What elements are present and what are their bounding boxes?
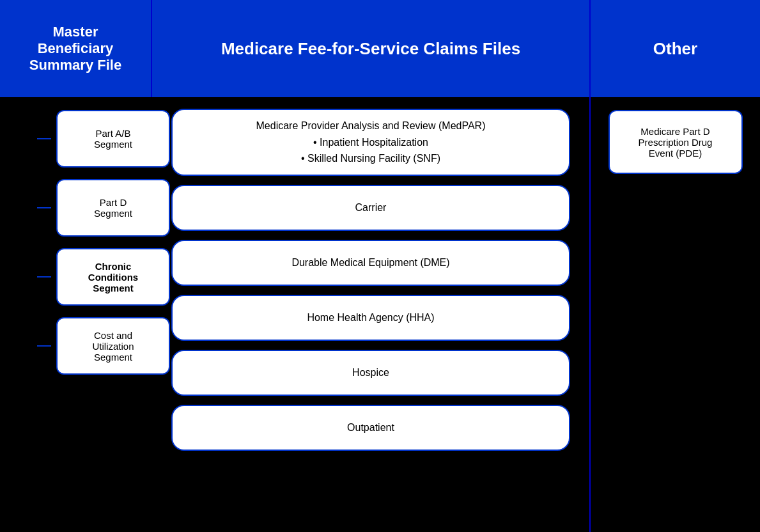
ffs-header: Medicare Fee-for-Service Claims Files [152, 0, 589, 97]
vertical-line-container [0, 97, 24, 532]
middle-column: Medicare Fee-for-Service Claims Files Me… [152, 0, 591, 532]
other-header: Other [591, 0, 760, 97]
mbsf-header: Master Beneficiary Summary File [0, 0, 151, 97]
carrier-text: Carrier [355, 202, 387, 214]
other-content: Medicare Part D Prescription Drug Event … [591, 97, 760, 532]
segment-row-ab: Part A/B Segment [37, 110, 170, 168]
carrier-box: Carrier [171, 185, 570, 231]
h-connector-cost [37, 345, 51, 347]
hha-text: Home Health Agency (HHA) [307, 312, 434, 324]
left-lower-area: Part A/B Segment Part D Segment Chronic … [0, 97, 151, 532]
other-title: Other [653, 39, 697, 59]
cost-util-label: Cost and Utilization Segment [92, 330, 134, 363]
diagram-container: Master Beneficiary Summary File Part A/B… [0, 0, 760, 532]
part-d-label: Part D Segment [94, 197, 132, 219]
part-d-segment: Part D Segment [56, 179, 170, 237]
part-ab-label: Part A/B Segment [94, 128, 132, 150]
hospice-text: Hospice [352, 367, 389, 379]
chronic-conditions-segment: Chronic Conditions Segment [56, 248, 170, 306]
dme-box: Durable Medical Equipment (DME) [171, 240, 570, 286]
part-ab-segment: Part A/B Segment [56, 110, 170, 168]
hha-box: Home Health Agency (HHA) [171, 295, 570, 341]
outpatient-text: Outpatient [347, 422, 394, 434]
outpatient-box: Outpatient [171, 405, 570, 451]
pde-box: Medicare Part D Prescription Drug Event … [609, 110, 743, 174]
medpar-box: Medicare Provider Analysis and Review (M… [171, 109, 570, 176]
h-connector-ab [37, 138, 51, 139]
dme-text: Durable Medical Equipment (DME) [291, 257, 449, 269]
chronic-label: Chronic Conditions Segment [88, 261, 138, 293]
cost-utilization-segment: Cost and Utilization Segment [56, 317, 170, 375]
claims-list: Medicare Provider Analysis and Review (M… [152, 97, 589, 532]
segment-row-d: Part D Segment [37, 179, 170, 237]
h-connector-d [37, 207, 51, 208]
pde-label: Medicare Part D Prescription Drug Event … [639, 126, 713, 159]
hospice-box: Hospice [171, 350, 570, 396]
segment-row-cost: Cost and Utilization Segment [37, 317, 170, 375]
segment-row-chronic: Chronic Conditions Segment [37, 248, 170, 306]
h-connector-chronic [37, 276, 51, 278]
medpar-text: Medicare Provider Analysis and Review (M… [256, 118, 486, 167]
mbsf-title: Master Beneficiary Summary File [29, 24, 121, 74]
ffs-title: Medicare Fee-for-Service Claims Files [221, 39, 520, 59]
left-column: Master Beneficiary Summary File Part A/B… [0, 0, 152, 532]
right-column: Other Medicare Part D Prescription Drug … [591, 0, 760, 532]
